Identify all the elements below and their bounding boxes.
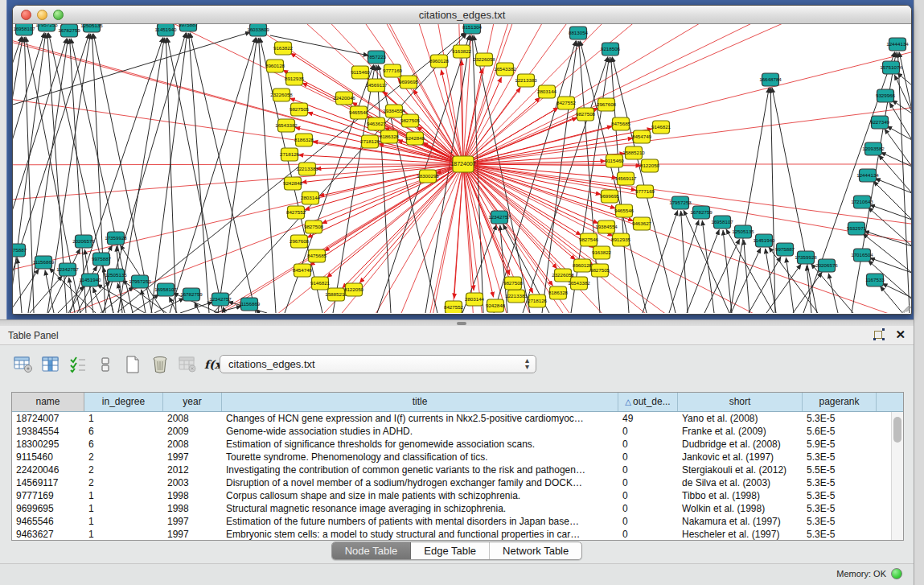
graph-node-yellow[interactable]: 8427552	[556, 97, 577, 109]
graph-node-teal[interactable]: 17359928	[795, 251, 817, 264]
table-cell-name[interactable]: 18724007	[12, 412, 84, 425]
table-cell-short[interactable]: Jankovic et al. (1997)	[678, 451, 803, 463]
graph-node-yellow[interactable]: 8186328	[548, 286, 569, 299]
table-cell-name[interactable]: 18300295	[12, 438, 84, 451]
column-header-pagerank[interactable]: pagerank	[803, 393, 877, 411]
graph-node-yellow[interactable]: 15885210	[622, 146, 645, 159]
graph-node-teal[interactable]: 16782759	[690, 206, 713, 219]
table-cell-title[interactable]: Structural magnetic resonance image aver…	[222, 502, 618, 515]
table-row[interactable]: 2242004622012Investigating the contribut…	[12, 463, 903, 476]
table-cell-out_degree[interactable]: 0	[618, 463, 678, 476]
graph-node-yellow[interactable]: 9242848	[405, 132, 425, 145]
table-cell-out_degree[interactable]: 0	[618, 425, 678, 438]
table-row[interactable]: 911546021997Tourette syndrome. Phenomeno…	[12, 451, 903, 463]
graph-node-teal[interactable]: 16033809	[247, 24, 269, 36]
table-cell-pagerank[interactable]: 5.3E-5	[803, 412, 877, 425]
table-cell-in_degree[interactable]: 1	[84, 528, 163, 541]
graph-node-teal[interactable]: 1167533	[865, 274, 885, 286]
graph-node-yellow[interactable]: 9146821	[651, 121, 671, 134]
graph-node-yellow[interactable]: 2803144	[465, 293, 485, 306]
graph-node-yellow[interactable]: 9699695	[600, 190, 620, 203]
table-row[interactable]: 1938455462009Genome-wide association stu…	[12, 425, 903, 438]
graph-node-yellow[interactable]: 2718126	[528, 295, 548, 307]
graph-node-yellow[interactable]: 9115460	[351, 66, 370, 79]
graph-node-teal[interactable]: 9975887	[179, 24, 199, 31]
graph-node-yellow[interactable]: 2967608	[597, 98, 617, 111]
table-cell-pagerank[interactable]: 5.9E-5	[803, 438, 877, 451]
table-cell-out_degree[interactable]: 0	[618, 438, 678, 451]
graph-node-teal[interactable]: 20206576	[815, 259, 838, 272]
table-cell-name[interactable]: 22420046	[12, 463, 84, 476]
table-cell-pagerank[interactable]: 5.3E-5	[803, 515, 877, 528]
graph-node-yellow[interactable]: 2967608	[290, 235, 310, 248]
table-cell-short[interactable]: Stergiakouli et al. (2012)	[678, 463, 803, 476]
graph-node-teal[interactable]: 11156869	[33, 256, 55, 269]
table-cell-name[interactable]: 9699695	[12, 502, 84, 515]
table-vertical-scrollbar[interactable]	[891, 412, 903, 540]
table-cell-title[interactable]: Changes of HCN gene expression and I(f) …	[222, 412, 618, 425]
table-cell-name[interactable]: 9777169	[12, 489, 84, 502]
graph-node-yellow[interactable]: 9463627	[367, 117, 387, 130]
graph-node-hub[interactable]: 18724007	[450, 156, 475, 172]
column-header-name[interactable]: name	[12, 393, 84, 411]
table-cell-short[interactable]: Franke et al. (2009)	[678, 425, 803, 438]
graph-node-yellow[interactable]: 9827546	[579, 233, 599, 246]
graph-node-yellow[interactable]: 9163822	[592, 246, 612, 259]
graph-node-yellow[interactable]: 9699695	[399, 76, 419, 89]
graph-node-teal[interactable]: 17016504	[851, 249, 873, 262]
column-header-short[interactable]: short	[678, 393, 803, 411]
table-cell-year[interactable]: 1998	[163, 502, 222, 515]
table-cell-out_degree[interactable]: 0	[618, 528, 678, 541]
table-cell-name[interactable]: 9115460	[12, 451, 84, 463]
table-cell-year[interactable]: 2009	[163, 425, 222, 438]
graph-node-teal[interactable]: 16958107	[711, 216, 733, 229]
graph-node-yellow[interactable]: 2803144	[301, 192, 321, 204]
graph-node-yellow[interactable]: 8122050	[640, 159, 660, 172]
graph-node-yellow[interactable]: 8186328	[294, 134, 314, 146]
graph-node-teal[interactable]: 12505135	[105, 269, 127, 282]
graph-node-yellow[interactable]: 8454749	[293, 264, 313, 277]
table-cell-short[interactable]: de Silva et al. (2003)	[678, 476, 803, 489]
graph-node-yellow[interactable]: 16543382	[568, 277, 590, 290]
table-cell-title[interactable]: Investigating the contribution of common…	[222, 463, 618, 476]
table-cell-pagerank[interactable]: 5.5E-5	[803, 463, 877, 476]
table-cell-name[interactable]: 14569117	[12, 476, 84, 489]
table-cell-out_degree[interactable]: 0	[618, 502, 678, 515]
graph-node-teal[interactable]: 16958107	[154, 283, 177, 296]
graph-node-teal[interactable]: 11156869	[239, 298, 261, 311]
graph-node-teal[interactable]: 12093582	[862, 142, 885, 155]
tab-network-table[interactable]: Network Table	[490, 542, 581, 559]
table-cell-in_degree[interactable]: 1	[84, 412, 163, 425]
table-cell-in_degree[interactable]: 1	[84, 489, 163, 502]
table-cell-in_degree[interactable]: 1	[84, 515, 163, 528]
graph-node-teal[interactable]: 17359928	[105, 232, 127, 245]
graph-node-yellow[interactable]: 12213383	[296, 163, 318, 175]
graph-node-teal[interactable]: 12342757	[56, 263, 79, 276]
table-cell-year[interactable]: 1997	[163, 451, 222, 463]
graph-node-yellow[interactable]: 9777169	[635, 185, 655, 198]
table-cell-short[interactable]: Dudbridge et al. (2008)	[678, 438, 803, 451]
table-cell-year[interactable]: 2003	[163, 476, 222, 489]
table-cell-in_degree[interactable]: 6	[84, 425, 163, 438]
table-cell-in_degree[interactable]: 1	[84, 502, 163, 515]
graph-node-teal[interactable]: 9329966	[876, 89, 896, 102]
graph-node-yellow[interactable]: 9163822	[452, 45, 472, 58]
scrollbar-thumb[interactable]	[893, 417, 901, 443]
graph-node-yellow[interactable]: 2718126	[360, 135, 380, 148]
graph-node-yellow[interactable]: 9827505	[590, 264, 610, 277]
table-cell-year[interactable]: 1998	[163, 489, 222, 502]
graph-node-yellow[interactable]: 9465546	[614, 204, 634, 217]
close-panel-icon[interactable]: ✕	[895, 328, 906, 340]
table-cell-title[interactable]: Estimation of significance thresholds fo…	[222, 438, 618, 451]
table-cell-year[interactable]: 2012	[163, 463, 222, 476]
graph-node-teal[interactable]: 9218506	[601, 43, 621, 56]
graph-node-teal[interactable]: 11451940	[154, 24, 177, 36]
table-cell-pagerank[interactable]: 5.3E-5	[803, 489, 877, 502]
graph-node-teal[interactable]: 9975887	[92, 253, 112, 266]
graph-node-yellow[interactable]: 12213383	[505, 290, 528, 303]
graph-node-yellow[interactable]: 8912935	[285, 72, 305, 85]
table-cell-short[interactable]: Tibbo et al. (1998)	[678, 489, 803, 502]
graph-node-yellow[interactable]: 8186328	[380, 130, 400, 143]
column-header-out_degree[interactable]: △out_de...	[618, 393, 678, 411]
graph-node-teal[interactable]: 12505135	[80, 24, 103, 32]
